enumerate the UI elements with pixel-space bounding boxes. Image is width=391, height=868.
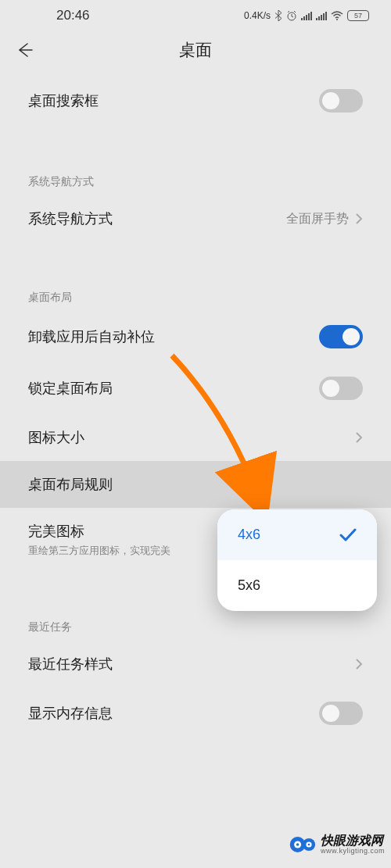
label-icon-size: 图标大小 bbox=[28, 428, 84, 447]
svg-rect-6 bbox=[316, 18, 317, 20]
popup-option-4x6[interactable]: 4x6 bbox=[217, 509, 377, 560]
sub-perfect-icon: 重绘第三方应用图标，实现完美 bbox=[28, 544, 170, 558]
battery-icon: 57 bbox=[347, 10, 369, 21]
toggle-search-box[interactable] bbox=[319, 89, 363, 113]
label-nav-mode: 系统导航方式 bbox=[28, 209, 113, 228]
label-perfect-icon: 完美图标 bbox=[28, 522, 170, 541]
label-lock-layout: 锁定桌面布局 bbox=[28, 379, 113, 398]
back-button[interactable] bbox=[14, 39, 36, 61]
svg-point-11 bbox=[336, 19, 338, 20]
check-icon bbox=[339, 528, 357, 542]
svg-rect-7 bbox=[318, 16, 320, 20]
toggle-lock-layout[interactable] bbox=[319, 377, 363, 400]
label-auto-fill: 卸载应用后自动补位 bbox=[28, 327, 155, 346]
row-recent-style[interactable]: 最近任务样式 bbox=[0, 641, 391, 688]
signal-icon bbox=[301, 11, 312, 20]
svg-rect-2 bbox=[303, 16, 305, 20]
row-search-box[interactable]: 桌面搜索框 bbox=[0, 75, 391, 127]
status-time: 20:46 bbox=[22, 8, 90, 23]
row-auto-fill[interactable]: 卸载应用后自动补位 bbox=[0, 311, 391, 363]
chevron-right-icon bbox=[355, 213, 363, 225]
watermark-logo-icon bbox=[288, 830, 316, 859]
popup-layout-options: 4x6 5x6 bbox=[217, 509, 377, 611]
popup-option-label: 5x6 bbox=[238, 577, 260, 594]
popup-option-5x6[interactable]: 5x6 bbox=[217, 560, 377, 611]
chevron-right-icon bbox=[355, 431, 363, 444]
wifi-icon bbox=[331, 11, 343, 20]
svg-rect-10 bbox=[325, 12, 327, 20]
label-recent-style: 最近任务样式 bbox=[28, 655, 113, 673]
svg-rect-8 bbox=[321, 15, 322, 20]
status-bar: 20:46 0.4K/s 57 bbox=[0, 0, 391, 27]
signal2-icon bbox=[316, 11, 327, 20]
svg-rect-9 bbox=[323, 13, 325, 20]
popup-option-label: 4x6 bbox=[238, 527, 260, 543]
page-title: 桌面 bbox=[36, 39, 355, 61]
watermark-title: 快眼游戏网 bbox=[321, 834, 385, 848]
row-nav-mode[interactable]: 系统导航方式 全面屏手势 bbox=[0, 195, 391, 242]
svg-point-14 bbox=[296, 843, 300, 846]
svg-point-17 bbox=[308, 844, 310, 846]
toggle-mem-info[interactable] bbox=[319, 702, 363, 725]
section-label-layout: 桌面布局 bbox=[0, 273, 391, 311]
chevron-right-icon bbox=[355, 658, 363, 670]
row-layout-rule[interactable]: 桌面布局规则 bbox=[0, 461, 391, 508]
label-search-box: 桌面搜索框 bbox=[28, 91, 99, 110]
label-mem-info: 显示内存信息 bbox=[28, 704, 113, 723]
value-nav-mode: 全面屏手势 bbox=[286, 211, 349, 227]
status-speed: 0.4K/s bbox=[244, 10, 271, 21]
alarm-icon bbox=[286, 10, 297, 21]
header: 桌面 bbox=[0, 27, 391, 75]
label-layout-rule: 桌面布局规则 bbox=[28, 475, 113, 494]
svg-rect-5 bbox=[310, 12, 312, 20]
row-mem-info[interactable]: 显示内存信息 bbox=[0, 688, 391, 739]
watermark-url: www.kyligting.com bbox=[321, 848, 385, 855]
back-arrow-icon bbox=[16, 41, 34, 59]
section-label-nav: 系统导航方式 bbox=[0, 158, 391, 195]
watermark: 快眼游戏网 www.kyligting.com bbox=[288, 830, 385, 859]
svg-rect-3 bbox=[306, 15, 307, 20]
svg-rect-1 bbox=[301, 18, 303, 20]
status-icons: 57 bbox=[274, 10, 369, 21]
row-lock-layout[interactable]: 锁定桌面布局 bbox=[0, 363, 391, 414]
svg-rect-4 bbox=[308, 13, 310, 20]
row-icon-size[interactable]: 图标大小 bbox=[0, 414, 391, 461]
toggle-auto-fill[interactable] bbox=[319, 325, 363, 348]
bluetooth-icon bbox=[274, 10, 282, 21]
